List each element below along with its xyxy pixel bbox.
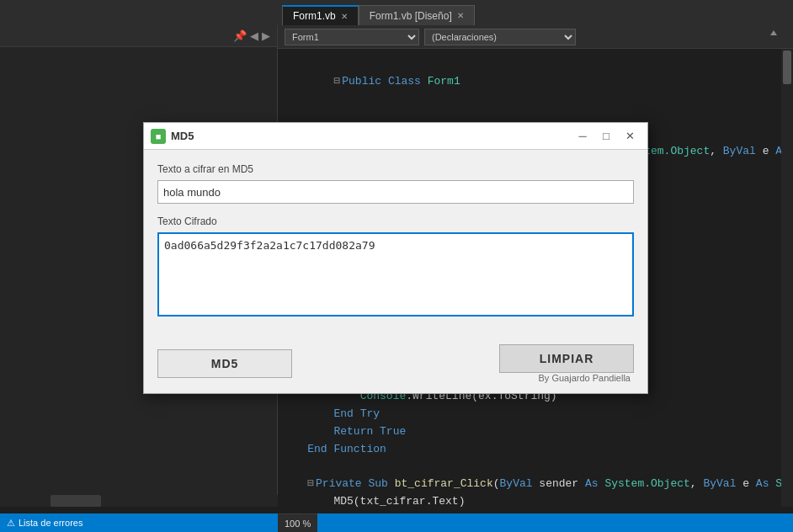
modal-maximize-button[interactable]: □ [595,127,617,146]
tab-label: Form1.vb [Diseño] [370,10,452,22]
status-error-list[interactable]: ⚠ Lista de errores [7,518,82,529]
status-bar: ⚠ Lista de errores [0,513,793,532]
input-group: Texto a cifrar en MD5 [157,163,634,204]
code-line: MD5(txt_cifrar.Text) [278,493,793,507]
text-input[interactable] [157,180,634,204]
error-list-label: Lista de errores [19,518,82,528]
zoom-level: 100 % [285,519,311,529]
tab-bar: Form1.vb ✕ Form1.vb [Diseño] ✕ [0,0,793,25]
declarations-select[interactable]: (Declaraciones) [424,29,576,45]
modal-close-button[interactable]: ✕ [619,127,641,146]
tab-close-icon[interactable]: ✕ [341,12,348,21]
left-panel-header: 📌 ◀ ▶ [0,25,277,47]
left-panel-icons: 📌 ◀ ▶ [233,29,270,42]
pin-icon[interactable]: 📌 [233,29,247,42]
modal-app-icon: ■ [151,129,166,144]
output-group: Texto Cifrado 0ad066a5d29f3f2a2a1c7c17dd… [157,215,634,319]
warning-icon: ⚠ [7,518,15,529]
code-line: Return True [278,423,793,441]
code-line: ⊟Public Class Form1 [278,56,793,108]
code-line: End Function [278,441,793,459]
tab-close-icon[interactable]: ✕ [457,11,464,20]
arrow-right-icon[interactable]: ▶ [262,29,270,42]
md5-button[interactable]: MD5 [157,349,292,378]
form-select[interactable]: Form1 [285,29,419,45]
tab-form1-design[interactable]: Form1.vb [Diseño] ✕ [359,5,475,25]
code-line: End Try [278,406,793,423]
left-scrollbar-h[interactable] [0,495,278,507]
modal-footer: MD5 LIMPIAR By Guajardo Pandiella [144,338,647,393]
text-output[interactable]: 0ad066a5d29f3f2a2a1c7c17dd082a79 [157,232,634,317]
input-label: Texto a cifrar en MD5 [157,163,634,175]
scroll-up-icon[interactable] [770,30,777,35]
modal-credit: By Guajardo Pandiella [539,373,634,383]
editor-scrollbar-v[interactable] [781,49,793,507]
modal-titlebar: ■ MD5 ─ □ ✕ [144,123,647,150]
output-label: Texto Cifrado [157,215,634,227]
modal-md5: ■ MD5 ─ □ ✕ Texto a cifrar en MD5 Texto … [143,122,648,394]
limpiar-button[interactable]: LIMPIAR [499,344,634,373]
modal-icon-symbol: ■ [156,131,162,141]
tab-form1-vb[interactable]: Form1.vb ✕ [282,5,359,25]
modal-body: Texto a cifrar en MD5 Texto Cifrado 0ad0… [144,150,647,338]
modal-minimize-button[interactable]: ─ [572,127,593,146]
modal-title: MD5 [171,130,567,142]
modal-controls: ─ □ ✕ [572,127,641,146]
code-line: ⊟Private Sub bt_cifrar_Click(ByVal sende… [278,476,793,493]
footer-right: LIMPIAR By Guajardo Pandiella [499,344,634,383]
zoom-control: 100 % [278,513,317,532]
editor-toolbar: Form1 (Declaraciones) [278,25,793,49]
code-line [278,458,793,476]
tab-label: Form1.vb [293,10,336,22]
arrow-left-icon[interactable]: ◀ [250,29,258,42]
